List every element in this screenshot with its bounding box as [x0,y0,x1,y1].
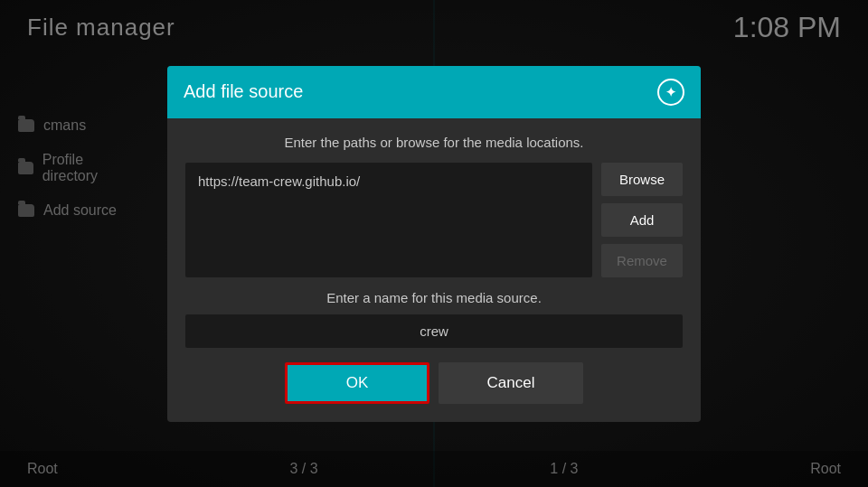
remove-button[interactable]: Remove [601,244,683,277]
add-file-source-dialog: Add file source ✦ Enter the paths or bro… [167,66,701,422]
cancel-button[interactable]: Cancel [439,362,583,404]
url-input-value: https://team-crew.github.io/ [198,173,360,189]
paths-instruction: Enter the paths or browse for the media … [185,135,683,150]
url-row: https://team-crew.github.io/ Browse Add … [185,163,683,277]
dialog-title: Add file source [184,81,303,102]
dialog-header: Add file source ✦ [167,66,701,118]
dialog-actions: OK Cancel [185,362,683,404]
kodi-logo-icon: ✦ [657,79,684,106]
ok-button[interactable]: OK [285,362,429,404]
add-button[interactable]: Add [601,203,683,237]
name-input-box[interactable]: crew [185,314,683,348]
url-input-box[interactable]: https://team-crew.github.io/ [185,163,592,277]
kodi-icon-letter: ✦ [665,85,676,99]
browse-button[interactable]: Browse [601,163,683,196]
dialog-body: Enter the paths or browse for the media … [167,118,701,422]
name-instruction: Enter a name for this media source. [185,290,683,305]
name-input-value: crew [420,323,448,339]
url-buttons: Browse Add Remove [601,163,683,277]
